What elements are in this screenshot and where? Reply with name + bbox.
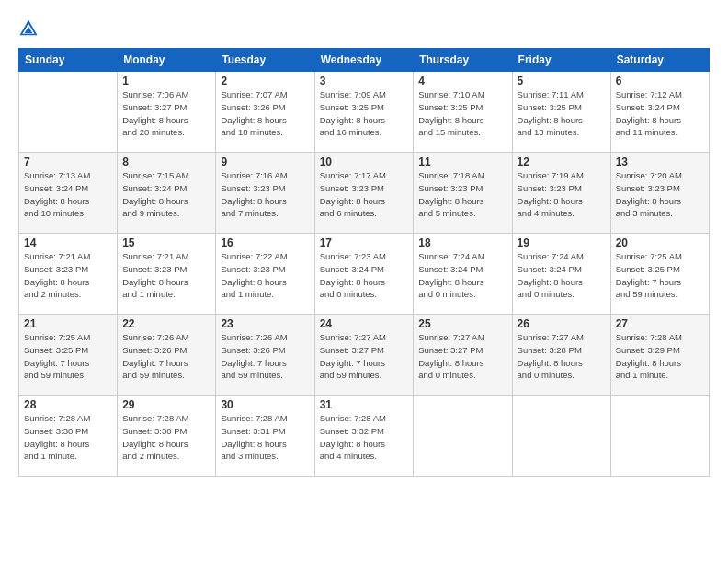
day-number: 18 — [418, 236, 506, 249]
day-info: Sunrise: 7:23 AM Sunset: 3:24 PM Dayligh… — [320, 250, 409, 301]
calendar-cell: 18Sunrise: 7:24 AM Sunset: 3:24 PM Dayli… — [414, 234, 512, 315]
calendar-cell — [414, 396, 512, 477]
calendar-cell: 17Sunrise: 7:23 AM Sunset: 3:24 PM Dayli… — [314, 234, 414, 315]
day-info: Sunrise: 7:27 AM Sunset: 3:28 PM Dayligh… — [518, 331, 606, 382]
calendar-cell: 3Sunrise: 7:09 AM Sunset: 3:25 PM Daylig… — [314, 72, 414, 153]
calendar-cell: 19Sunrise: 7:24 AM Sunset: 3:24 PM Dayli… — [512, 234, 610, 315]
day-info: Sunrise: 7:17 AM Sunset: 3:23 PM Dayligh… — [320, 169, 409, 220]
day-info: Sunrise: 7:07 AM Sunset: 3:26 PM Dayligh… — [221, 88, 309, 139]
day-info: Sunrise: 7:21 AM Sunset: 3:23 PM Dayligh… — [122, 250, 210, 301]
day-info: Sunrise: 7:12 AM Sunset: 3:24 PM Dayligh… — [616, 88, 704, 139]
logo-area — [18, 17, 42, 39]
calendar: SundayMondayTuesdayWednesdayThursdayFrid… — [18, 48, 710, 477]
day-number: 31 — [320, 398, 409, 411]
day-number: 25 — [418, 317, 506, 330]
day-info: Sunrise: 7:15 AM Sunset: 3:24 PM Dayligh… — [122, 169, 210, 220]
day-number: 27 — [616, 317, 704, 330]
weekday-header: SundayMondayTuesdayWednesdayThursdayFrid… — [19, 49, 710, 72]
weekday-header-cell: Wednesday — [314, 49, 414, 72]
calendar-body: 1Sunrise: 7:06 AM Sunset: 3:27 PM Daylig… — [19, 72, 710, 477]
day-number: 26 — [518, 317, 606, 330]
calendar-cell: 7Sunrise: 7:13 AM Sunset: 3:24 PM Daylig… — [19, 153, 118, 234]
calendar-cell: 30Sunrise: 7:28 AM Sunset: 3:31 PM Dayli… — [216, 396, 314, 477]
calendar-cell: 16Sunrise: 7:22 AM Sunset: 3:23 PM Dayli… — [216, 234, 314, 315]
calendar-cell — [19, 72, 118, 153]
day-info: Sunrise: 7:22 AM Sunset: 3:23 PM Dayligh… — [221, 250, 309, 301]
weekday-header-cell: Thursday — [414, 49, 512, 72]
day-number: 6 — [616, 75, 704, 87]
day-number: 2 — [221, 75, 309, 87]
day-number: 24 — [320, 317, 409, 330]
day-info: Sunrise: 7:11 AM Sunset: 3:25 PM Dayligh… — [518, 88, 606, 139]
header — [18, 17, 710, 39]
calendar-cell: 9Sunrise: 7:16 AM Sunset: 3:23 PM Daylig… — [216, 153, 314, 234]
calendar-cell: 12Sunrise: 7:19 AM Sunset: 3:23 PM Dayli… — [512, 153, 610, 234]
day-info: Sunrise: 7:18 AM Sunset: 3:23 PM Dayligh… — [418, 169, 506, 220]
day-number: 5 — [518, 75, 606, 87]
weekday-header-cell: Saturday — [610, 49, 709, 72]
calendar-cell: 4Sunrise: 7:10 AM Sunset: 3:25 PM Daylig… — [414, 72, 512, 153]
weekday-header-cell: Friday — [512, 49, 610, 72]
weekday-header-cell: Monday — [118, 49, 216, 72]
day-number: 1 — [122, 75, 210, 87]
calendar-cell — [512, 396, 610, 477]
day-info: Sunrise: 7:25 AM Sunset: 3:25 PM Dayligh… — [616, 250, 704, 301]
day-number: 8 — [122, 155, 210, 168]
calendar-cell: 5Sunrise: 7:11 AM Sunset: 3:25 PM Daylig… — [512, 72, 610, 153]
day-number: 15 — [122, 236, 210, 249]
day-number: 29 — [122, 398, 210, 411]
calendar-week-row: 1Sunrise: 7:06 AM Sunset: 3:27 PM Daylig… — [19, 72, 710, 153]
day-info: Sunrise: 7:28 AM Sunset: 3:29 PM Dayligh… — [616, 331, 704, 382]
calendar-cell: 1Sunrise: 7:06 AM Sunset: 3:27 PM Daylig… — [118, 72, 216, 153]
day-info: Sunrise: 7:13 AM Sunset: 3:24 PM Dayligh… — [24, 169, 112, 220]
calendar-week-row: 14Sunrise: 7:21 AM Sunset: 3:23 PM Dayli… — [19, 234, 710, 315]
calendar-cell: 28Sunrise: 7:28 AM Sunset: 3:30 PM Dayli… — [19, 396, 118, 477]
day-info: Sunrise: 7:28 AM Sunset: 3:30 PM Dayligh… — [24, 412, 112, 463]
calendar-cell: 2Sunrise: 7:07 AM Sunset: 3:26 PM Daylig… — [216, 72, 314, 153]
day-number: 10 — [320, 155, 409, 168]
calendar-cell: 22Sunrise: 7:26 AM Sunset: 3:26 PM Dayli… — [118, 315, 216, 396]
calendar-cell: 27Sunrise: 7:28 AM Sunset: 3:29 PM Dayli… — [610, 315, 709, 396]
day-number: 3 — [320, 75, 409, 87]
calendar-cell: 13Sunrise: 7:20 AM Sunset: 3:23 PM Dayli… — [610, 153, 709, 234]
day-info: Sunrise: 7:28 AM Sunset: 3:32 PM Dayligh… — [320, 412, 409, 463]
day-info: Sunrise: 7:09 AM Sunset: 3:25 PM Dayligh… — [320, 88, 409, 139]
day-info: Sunrise: 7:06 AM Sunset: 3:27 PM Dayligh… — [122, 88, 210, 139]
day-number: 17 — [320, 236, 409, 249]
day-number: 9 — [221, 155, 309, 168]
calendar-cell: 15Sunrise: 7:21 AM Sunset: 3:23 PM Dayli… — [118, 234, 216, 315]
calendar-week-row: 28Sunrise: 7:28 AM Sunset: 3:30 PM Dayli… — [19, 396, 710, 477]
day-number: 7 — [24, 155, 112, 168]
day-info: Sunrise: 7:16 AM Sunset: 3:23 PM Dayligh… — [221, 169, 309, 220]
day-number: 11 — [418, 155, 506, 168]
day-info: Sunrise: 7:10 AM Sunset: 3:25 PM Dayligh… — [418, 88, 506, 139]
calendar-cell: 23Sunrise: 7:26 AM Sunset: 3:26 PM Dayli… — [216, 315, 314, 396]
day-info: Sunrise: 7:28 AM Sunset: 3:30 PM Dayligh… — [122, 412, 210, 463]
day-info: Sunrise: 7:24 AM Sunset: 3:24 PM Dayligh… — [418, 250, 506, 301]
day-info: Sunrise: 7:25 AM Sunset: 3:25 PM Dayligh… — [24, 331, 112, 382]
weekday-header-cell: Sunday — [19, 49, 118, 72]
calendar-cell: 31Sunrise: 7:28 AM Sunset: 3:32 PM Dayli… — [314, 396, 414, 477]
day-number: 21 — [24, 317, 112, 330]
day-number: 4 — [418, 75, 506, 87]
day-info: Sunrise: 7:26 AM Sunset: 3:26 PM Dayligh… — [221, 331, 309, 382]
calendar-cell: 10Sunrise: 7:17 AM Sunset: 3:23 PM Dayli… — [314, 153, 414, 234]
day-info: Sunrise: 7:19 AM Sunset: 3:23 PM Dayligh… — [518, 169, 606, 220]
day-number: 14 — [24, 236, 112, 249]
calendar-cell: 8Sunrise: 7:15 AM Sunset: 3:24 PM Daylig… — [118, 153, 216, 234]
calendar-cell: 11Sunrise: 7:18 AM Sunset: 3:23 PM Dayli… — [414, 153, 512, 234]
day-number: 28 — [24, 398, 112, 411]
calendar-week-row: 7Sunrise: 7:13 AM Sunset: 3:24 PM Daylig… — [19, 153, 710, 234]
calendar-cell — [610, 396, 709, 477]
day-info: Sunrise: 7:26 AM Sunset: 3:26 PM Dayligh… — [122, 331, 210, 382]
calendar-cell: 14Sunrise: 7:21 AM Sunset: 3:23 PM Dayli… — [19, 234, 118, 315]
calendar-cell: 24Sunrise: 7:27 AM Sunset: 3:27 PM Dayli… — [314, 315, 414, 396]
day-info: Sunrise: 7:28 AM Sunset: 3:31 PM Dayligh… — [221, 412, 309, 463]
day-number: 13 — [616, 155, 704, 168]
day-number: 12 — [518, 155, 606, 168]
calendar-cell: 26Sunrise: 7:27 AM Sunset: 3:28 PM Dayli… — [512, 315, 610, 396]
weekday-header-cell: Tuesday — [216, 49, 314, 72]
logo-icon — [18, 18, 39, 39]
day-info: Sunrise: 7:27 AM Sunset: 3:27 PM Dayligh… — [418, 331, 506, 382]
calendar-cell: 6Sunrise: 7:12 AM Sunset: 3:24 PM Daylig… — [610, 72, 709, 153]
